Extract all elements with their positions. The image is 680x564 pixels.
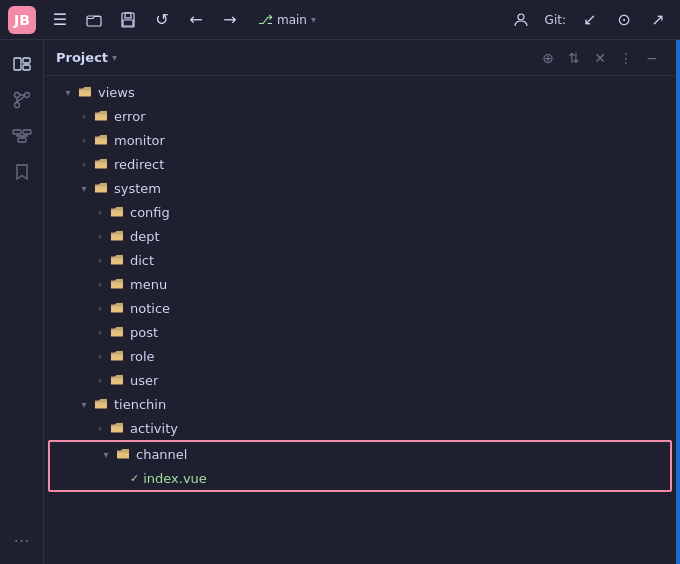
tree-item-menu[interactable]: › menu <box>44 272 676 296</box>
folder-icon <box>92 109 110 123</box>
tree-item-config[interactable]: › config <box>44 200 676 224</box>
folder-icon <box>108 277 126 291</box>
tree-chevron: ▾ <box>76 399 92 410</box>
branch-selector[interactable]: ⎇ main ▾ <box>250 8 324 31</box>
tree-item-label: user <box>130 373 158 388</box>
tree-item-label: post <box>130 325 158 340</box>
svg-rect-7 <box>23 65 30 70</box>
svg-rect-11 <box>13 130 21 134</box>
tree-item-label: notice <box>130 301 170 316</box>
tree-chevron: › <box>92 279 108 290</box>
tree-item-label: activity <box>130 421 178 436</box>
save-button[interactable] <box>114 6 142 34</box>
tree-item-label: tienchin <box>114 397 166 412</box>
tree-item-label: monitor <box>114 133 165 148</box>
tree-item-dept[interactable]: › dept <box>44 224 676 248</box>
svg-rect-2 <box>125 13 131 18</box>
left-sidebar: ⋯ <box>0 40 44 564</box>
back-button[interactable]: ← <box>182 6 210 34</box>
open-button[interactable] <box>80 6 108 34</box>
locate-in-tree-button[interactable]: ⊕ <box>536 46 560 70</box>
tree-item-views[interactable]: ▾ views <box>44 80 676 104</box>
tree-item-channel[interactable]: ▾ channel <box>50 442 670 466</box>
right-accent-bar <box>676 40 680 564</box>
svg-rect-3 <box>123 20 133 26</box>
expand-button[interactable]: ↗ <box>644 6 672 34</box>
user-button[interactable] <box>507 6 535 34</box>
channel-highlight-box: ▾ channel✓index.vue <box>48 440 672 492</box>
panel-title: Project ▾ <box>56 50 536 65</box>
tree-item-dict[interactable]: › dict <box>44 248 676 272</box>
refresh-button[interactable]: ↺ <box>148 6 176 34</box>
sidebar-more-icon[interactable]: ⋯ <box>6 524 38 556</box>
folder-icon <box>108 253 126 267</box>
compress-button[interactable]: ↙ <box>576 6 604 34</box>
tree-item-label: channel <box>136 447 187 462</box>
expand-all-button[interactable]: ⇅ <box>562 46 586 70</box>
folder-icon <box>108 421 126 435</box>
tree-item-label: index.vue <box>143 471 207 486</box>
tree-item-index-vue[interactable]: ✓index.vue <box>50 466 670 490</box>
file-tree: ▾ views› error› monitor› redirect▾ <box>44 76 676 564</box>
tree-item-post[interactable]: › post <box>44 320 676 344</box>
project-panel: Project ▾ ⊕ ⇅ ✕ ⋮ − ▾ views› error› <box>44 40 676 564</box>
folder-icon <box>108 373 126 387</box>
tree-chevron: › <box>92 423 108 434</box>
folder-icon <box>108 205 126 219</box>
sidebar-bookmark-icon[interactable] <box>6 156 38 188</box>
tree-item-system[interactable]: ▾ system <box>44 176 676 200</box>
main-layout: ⋯ Project ▾ ⊕ ⇅ ✕ ⋮ − ▾ views› <box>0 40 680 564</box>
git-label: Git: <box>541 6 570 34</box>
tree-chevron: ▾ <box>60 87 76 98</box>
panel-header: Project ▾ ⊕ ⇅ ✕ ⋮ − <box>44 40 676 76</box>
svg-rect-6 <box>23 58 30 63</box>
tree-item-label: menu <box>130 277 167 292</box>
tree-item-activity[interactable]: › activity <box>44 416 676 440</box>
tree-item-label: config <box>130 205 170 220</box>
tree-item-tienchin[interactable]: ▾ tienchin <box>44 392 676 416</box>
tree-item-notice[interactable]: › notice <box>44 296 676 320</box>
tree-item-label: error <box>114 109 145 124</box>
svg-rect-13 <box>18 138 26 142</box>
menu-button[interactable]: ☰ <box>46 6 74 34</box>
panel-options-button[interactable]: ⋮ <box>614 46 638 70</box>
collapse-panel-button[interactable]: ✕ <box>588 46 612 70</box>
svg-rect-5 <box>14 58 21 70</box>
panel-minimize-button[interactable]: − <box>640 46 664 70</box>
folder-icon <box>108 229 126 243</box>
sidebar-explorer-icon[interactable] <box>6 48 38 80</box>
folder-icon <box>108 325 126 339</box>
svg-point-4 <box>518 14 524 20</box>
svg-point-9 <box>24 93 29 98</box>
panel-actions: ⊕ ⇅ ✕ ⋮ − <box>536 46 664 70</box>
config-button[interactable]: ⊙ <box>610 6 638 34</box>
sidebar-vcs-icon[interactable] <box>6 84 38 116</box>
tree-item-redirect[interactable]: › redirect <box>44 152 676 176</box>
tree-item-label: dict <box>130 253 154 268</box>
tree-chevron: ▾ <box>76 183 92 194</box>
tree-chevron: › <box>76 135 92 146</box>
folder-icon <box>114 447 132 461</box>
tree-item-role[interactable]: › role <box>44 344 676 368</box>
toolbar: JB ☰ ↺ ← → ⎇ main ▾ Git: ↙ ⊙ ↗ <box>0 0 680 40</box>
tree-chevron: › <box>92 255 108 266</box>
tree-item-label: role <box>130 349 155 364</box>
tree-item-label: dept <box>130 229 160 244</box>
tree-chevron: › <box>76 111 92 122</box>
tree-chevron: › <box>92 375 108 386</box>
tree-item-user[interactable]: › user <box>44 368 676 392</box>
tree-item-error[interactable]: › error <box>44 104 676 128</box>
tree-chevron: › <box>76 159 92 170</box>
svg-point-8 <box>14 93 19 98</box>
forward-button[interactable]: → <box>216 6 244 34</box>
tree-item-label: views <box>98 85 135 100</box>
tree-chevron: › <box>92 231 108 242</box>
folder-icon <box>92 397 110 411</box>
brand-logo: JB <box>8 6 36 34</box>
folder-icon <box>92 157 110 171</box>
sidebar-structure-icon[interactable] <box>6 120 38 152</box>
tree-item-monitor[interactable]: › monitor <box>44 128 676 152</box>
tree-chevron: › <box>92 207 108 218</box>
folder-icon <box>92 133 110 147</box>
folder-icon <box>76 85 94 99</box>
